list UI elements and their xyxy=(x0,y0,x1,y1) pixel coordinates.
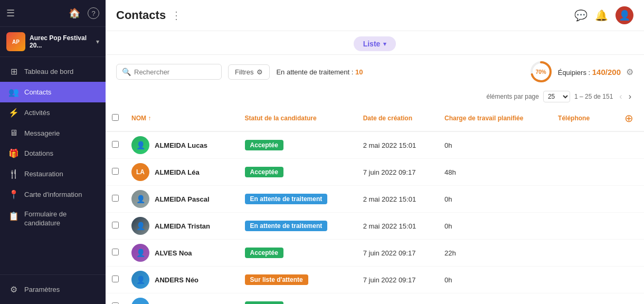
contact-name-cell[interactable]: 👤 ANDERS Néo xyxy=(125,267,239,293)
date-cell: 2 mai 2022 15:01 xyxy=(357,131,438,159)
user-avatar[interactable]: 👤 xyxy=(615,6,633,24)
col-date[interactable]: Date de création xyxy=(357,106,438,131)
more-options-icon[interactable]: ⋮ xyxy=(171,9,182,22)
row-checkbox[interactable] xyxy=(112,222,119,229)
percent-label: 70% xyxy=(536,69,546,75)
row-checkbox[interactable] xyxy=(112,195,119,202)
view-selector-row: Liste ▾ xyxy=(106,31,644,55)
col-charge[interactable]: Charge de travail planifiée xyxy=(438,106,552,131)
status-cell: En attente de traitement xyxy=(239,186,357,213)
sidebar-item-tableau[interactable]: ⊞ Tableau de bord xyxy=(0,61,106,82)
col-statut[interactable]: Statut de la candidature xyxy=(239,106,357,131)
table-row: 👤 ALMEIDA Lucas Acceptée 2 mai 2022 15:0… xyxy=(106,131,644,159)
filter-bar: 🔍 Filtres ⚙ En attente de traitement : 1… xyxy=(106,55,644,89)
contact-name-cell[interactable]: 👤 ALMEIDA Tristan xyxy=(125,213,239,240)
help-icon[interactable]: ? xyxy=(88,7,99,19)
table-row: 👤 ALMEIDA Pascal En attente de traitemen… xyxy=(106,186,644,213)
charge-cell: 48h xyxy=(438,159,552,186)
view-liste-button[interactable]: Liste ▾ xyxy=(354,36,396,51)
menu-icon[interactable]: ☰ xyxy=(6,7,15,19)
filter-label: Filtres xyxy=(235,68,253,76)
select-all-header xyxy=(106,106,125,131)
avatar: 👤 xyxy=(131,244,149,262)
home-icon[interactable]: 🏠 xyxy=(69,7,80,19)
equipe-settings-icon[interactable]: ⚙ xyxy=(626,67,633,77)
sidebar-item-messagerie[interactable]: 🖥 Messagerie xyxy=(0,123,106,143)
chat-icon[interactable]: 💬 xyxy=(574,9,588,22)
sidebar-item-activites[interactable]: ⚡ Activités xyxy=(0,102,106,123)
sidebar-item-label: Activités xyxy=(24,109,50,117)
messagerie-icon: 🖥 xyxy=(8,128,19,138)
sidebar-item-formulaire[interactable]: 📋 Formulaire de candidature xyxy=(0,205,106,233)
contact-name: ALMEIDA Léa xyxy=(155,168,200,176)
telephone-cell xyxy=(552,267,607,293)
contact-name-cell[interactable]: 👤 ALMEIDA Pascal xyxy=(125,186,239,213)
pending-count[interactable]: 10 xyxy=(355,68,363,76)
status-badge: Acceptée xyxy=(245,301,283,304)
contact-name: ALMEIDA Pascal xyxy=(155,195,210,203)
status-badge: Acceptée xyxy=(245,248,283,258)
brand-avatar: AP xyxy=(6,32,25,51)
status-badge: En attente de traitement xyxy=(245,194,328,204)
sidebar-item-restauration[interactable]: 🍴 Restauration xyxy=(0,164,106,184)
topbar: Contacts ⋮ 💬 🔔 👤 xyxy=(106,0,644,31)
telephone-cell xyxy=(552,186,607,213)
brand-selector[interactable]: AP Aurec Pop Festival 20... ▾ xyxy=(0,27,106,57)
date-cell: 7 juin 2022 09:17 xyxy=(357,267,438,293)
contact-name-cell[interactable]: 👤 ALMEIDA Lucas xyxy=(125,131,239,159)
prev-page-button[interactable]: ‹ xyxy=(617,91,624,102)
contact-name-cell[interactable]: 👤 ALVES Noa xyxy=(125,240,239,267)
pending-badge: En attente de traitement : 10 xyxy=(276,68,363,76)
row-checkbox[interactable] xyxy=(112,141,119,148)
avatar: 👤 xyxy=(131,217,149,235)
sidebar-item-dotations[interactable]: 🎁 Dotations xyxy=(0,143,106,164)
search-box[interactable]: 🔍 xyxy=(116,64,222,80)
row-checkbox-cell xyxy=(106,293,125,305)
table-row: LA ALMEIDA Léa Acceptée 7 juin 2022 09:1… xyxy=(106,159,644,186)
page-nav: ‹ › xyxy=(617,91,633,102)
col-nom[interactable]: NOM ↑ xyxy=(125,106,239,131)
table-row: MA ANDRE Mia Acceptée 2 mai 2022 15:01 1… xyxy=(106,293,644,305)
page-title: Contacts xyxy=(116,8,166,22)
parametres-icon: ⚙ xyxy=(8,284,19,294)
page-title-area: Contacts ⋮ xyxy=(116,8,182,22)
filter-button[interactable]: Filtres ⚙ xyxy=(228,64,270,80)
pagination-bar: éléments par page 25 10 50 100 1 – 25 de… xyxy=(106,89,644,106)
view-label: Liste xyxy=(363,40,381,48)
status-badge: En attente de traitement xyxy=(245,221,328,231)
date-cell: 7 juin 2022 09:17 xyxy=(357,240,438,267)
status-badge: Sur liste d'attente xyxy=(245,274,308,285)
contacts-icon: 👥 xyxy=(8,87,19,97)
contact-name-cell[interactable]: MA ANDRE Mia xyxy=(125,293,239,305)
add-column-header[interactable]: ⊕ xyxy=(607,106,644,131)
main-content: Contacts ⋮ 💬 🔔 👤 Liste ▾ 🔍 Filtres ⚙ En … xyxy=(106,0,644,304)
telephone-cell xyxy=(552,240,607,267)
contact-name-cell[interactable]: LA ALMEIDA Léa xyxy=(125,159,239,186)
sidebar-item-contacts[interactable]: 👥 Contacts xyxy=(0,82,106,102)
contact-name: ANDERS Néo xyxy=(155,276,198,284)
sidebar-nav: ⊞ Tableau de bord 👥 Contacts ⚡ Activités… xyxy=(0,57,106,274)
next-page-button[interactable]: › xyxy=(627,91,633,102)
add-column-button[interactable]: ⊕ xyxy=(620,110,638,127)
page-size-select[interactable]: 25 10 50 100 xyxy=(543,91,570,102)
charge-cell: 0h xyxy=(438,131,552,159)
charge-cell: 15h xyxy=(438,293,552,305)
row-checkbox[interactable] xyxy=(112,168,119,175)
charge-cell: 0h xyxy=(438,267,552,293)
avatar: LA xyxy=(131,163,149,181)
row-checkbox[interactable] xyxy=(112,276,119,282)
search-input[interactable] xyxy=(134,68,216,76)
equipe-label: Équipiers : 140/200 xyxy=(558,68,621,77)
status-cell: Acceptée xyxy=(239,159,357,186)
row-checkbox-cell xyxy=(106,213,125,240)
row-checkbox[interactable] xyxy=(112,249,119,255)
sidebar-item-carte[interactable]: 📍 Carte d'information xyxy=(0,184,106,205)
row-checkbox-cell xyxy=(106,240,125,267)
pending-text: En attente de traitement : xyxy=(276,68,353,76)
charge-cell: 22h xyxy=(438,240,552,267)
bell-icon[interactable]: 🔔 xyxy=(595,9,608,22)
sidebar-item-parametres[interactable]: ⚙ Paramètres xyxy=(8,280,97,299)
contact-name: ALMEIDA Tristan xyxy=(155,222,210,230)
contact-name: ALVES Noa xyxy=(155,249,192,257)
select-all-checkbox[interactable] xyxy=(112,114,119,121)
